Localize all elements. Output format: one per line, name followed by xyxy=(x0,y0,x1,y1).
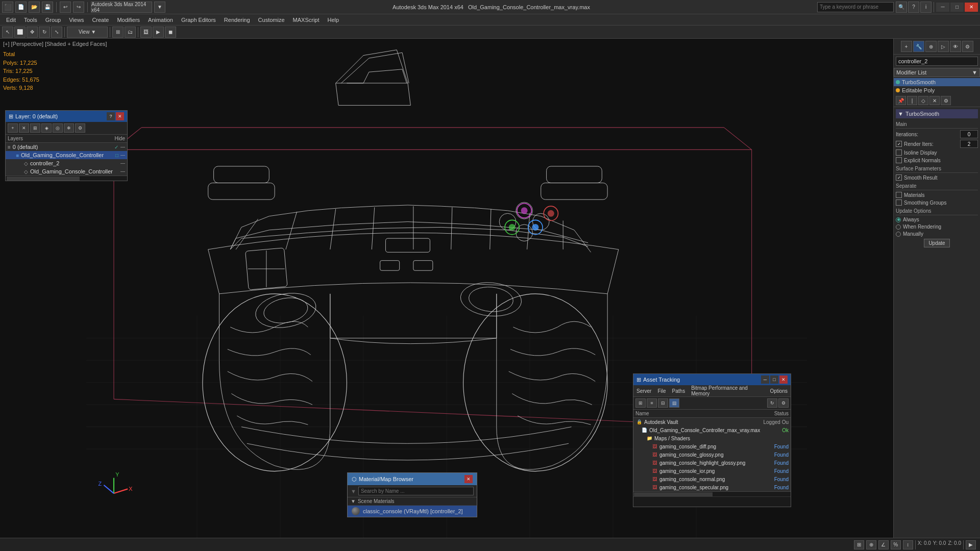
render-iters-value[interactable]: 2 xyxy=(960,140,978,148)
asset-row-highlight[interactable]: 🖼 gaming_console_highlight_glossy.png Fo… xyxy=(633,459,791,467)
select-region[interactable]: ⬜ xyxy=(14,27,26,38)
render-iters-checkbox[interactable] xyxy=(896,141,902,147)
menu-group[interactable]: Group xyxy=(41,14,65,26)
search-input[interactable] xyxy=(820,4,891,10)
layer-add-selected[interactable]: ⊞ xyxy=(30,123,40,133)
layer-row-1[interactable]: ■ Old_Gaming_Console_Controller □ — xyxy=(6,151,127,159)
menu-modifiers[interactable]: Modifiers xyxy=(113,14,144,26)
material-browser-title[interactable]: ⬡ Material/Map Browser ✕ xyxy=(348,473,477,485)
open-btn[interactable]: 📂 xyxy=(29,2,40,13)
asset-max-btn[interactable]: □ xyxy=(770,375,778,384)
modifier-row-editablepoly[interactable]: Editable Poly xyxy=(894,86,980,94)
search-bar[interactable] xyxy=(817,2,894,12)
turbosmooth-section-title[interactable]: ▼ TurboSmooth xyxy=(896,109,978,118)
asset-refresh-btn[interactable]: ↻ xyxy=(767,398,777,408)
rp-hierarchy-btn[interactable]: ⊕ xyxy=(925,41,937,52)
menu-maxscript[interactable]: MAXScript xyxy=(289,14,324,26)
asset-row-specular[interactable]: 🖼 gaming_console_specular.png Found xyxy=(633,483,791,491)
viewport[interactable]: [+] [Perspective] [Shaded + Edged Faces]… xyxy=(0,39,893,538)
layer-delete-btn[interactable]: ✕ xyxy=(19,123,29,133)
layer-new-btn[interactable]: + xyxy=(8,123,18,133)
asset-row-normal[interactable]: 🖼 gaming_console_normal.png Found xyxy=(633,475,791,483)
save-btn[interactable]: 💾 xyxy=(42,2,53,13)
asset-btn2[interactable]: ≡ xyxy=(647,398,657,408)
asset-dialog-title[interactable]: ⊞ Asset Tracking ─ □ ✕ xyxy=(633,374,791,385)
asset-btn3[interactable]: ⊟ xyxy=(658,398,668,408)
redo-btn[interactable]: ↪ xyxy=(73,2,84,13)
close-btn[interactable]: ✕ xyxy=(965,3,978,12)
when-rendering-radio[interactable] xyxy=(896,224,901,230)
modifier-list-arrow[interactable]: ▼ xyxy=(972,69,977,76)
manually-radio[interactable] xyxy=(896,232,901,237)
show-end-result-btn[interactable]: | xyxy=(907,96,917,105)
asset-menu-options[interactable]: Options xyxy=(767,385,791,396)
spinner-snap-btn[interactable]: ↕ xyxy=(903,540,913,549)
configure-btn[interactable]: ⚙ xyxy=(941,96,951,105)
mat-close-btn[interactable]: ✕ xyxy=(464,475,473,483)
scale-tool[interactable]: ⤡ xyxy=(51,27,62,38)
timeline-toggle[interactable]: ▶ xyxy=(966,540,976,549)
asset-row-maps[interactable]: 📁 Maps / Shaders xyxy=(633,434,791,442)
asset-row-ior[interactable]: 🖼 gaming_console_ior.png Found xyxy=(633,467,791,475)
remove-modifier-btn[interactable]: ✕ xyxy=(929,96,940,105)
asset-menu-file[interactable]: File xyxy=(654,385,669,396)
undo-btn[interactable]: ↩ xyxy=(60,2,71,13)
workspace-dropdown[interactable]: ▼ xyxy=(154,2,165,13)
update-button[interactable]: Update xyxy=(924,239,949,247)
materials-checkbox[interactable] xyxy=(896,192,902,198)
scene-explorer[interactable]: 🗂 xyxy=(125,27,136,38)
select-tool[interactable]: ↖ xyxy=(2,27,13,38)
asset-row-glossy[interactable]: 🖼 gaming_console_glossy.png Found xyxy=(633,450,791,459)
scene-materials-section[interactable]: ▼ Scene Materials xyxy=(348,497,477,506)
asset-btn4[interactable]: ▤ xyxy=(669,398,679,408)
menu-rendering[interactable]: Rendering xyxy=(220,14,254,26)
asset-row-file[interactable]: 📄 Old_Gaming_Console_Controller_max_vray… xyxy=(633,426,791,434)
asset-close-btn[interactable]: ✕ xyxy=(779,375,788,384)
asset-min-btn[interactable]: ─ xyxy=(761,375,769,384)
smooth-result-checkbox[interactable] xyxy=(896,174,902,181)
maximize-btn[interactable]: □ xyxy=(950,3,964,12)
menu-tools[interactable]: Tools xyxy=(20,14,41,26)
info-btn[interactable]: i xyxy=(920,2,932,13)
help-search-btn[interactable]: ? xyxy=(908,2,919,13)
modifier-row-turbosmooth[interactable]: TurboSmooth xyxy=(894,78,980,86)
rp-motion-btn[interactable]: ▷ xyxy=(938,41,949,52)
rp-utilities-btn[interactable]: ⚙ xyxy=(962,41,973,52)
asset-menu-bitmap[interactable]: Bitmap Performance and Memory xyxy=(688,385,767,396)
material-row-0[interactable]: classic_console (VRayMtl) [controller_2] xyxy=(348,506,477,517)
asset-row-diff[interactable]: 🖼 gaming_console_diff.png Found xyxy=(633,442,791,450)
layer-dialog-title[interactable]: ⊞ Layer: 0 (default) ? ✕ xyxy=(6,111,127,122)
pin-stack-btn[interactable]: 📌 xyxy=(896,96,906,105)
asset-menu-server[interactable]: Server xyxy=(633,385,654,396)
menu-customize[interactable]: Customize xyxy=(254,14,289,26)
object-name-field[interactable]: controller_2 xyxy=(896,57,978,66)
layer-help-btn[interactable]: ? xyxy=(107,112,115,120)
layer-set-current[interactable]: ◎ xyxy=(53,123,63,133)
quick-render[interactable]: ▶ xyxy=(153,27,164,38)
layer-manager[interactable]: ⊞ xyxy=(112,27,124,38)
menu-edit[interactable]: Edit xyxy=(2,14,20,26)
always-radio[interactable] xyxy=(896,217,901,222)
move-tool[interactable]: ✥ xyxy=(27,27,38,38)
asset-btn1[interactable]: ⊞ xyxy=(635,398,646,408)
layer-settings[interactable]: ⚙ xyxy=(75,123,85,133)
grid-btn[interactable]: ⊞ xyxy=(854,540,864,549)
layer-select-objects[interactable]: ◈ xyxy=(41,123,52,133)
rotate-tool[interactable]: ↻ xyxy=(39,27,50,38)
new-btn[interactable]: 📄 xyxy=(15,2,27,13)
layer-row-3[interactable]: ◇ Old_Gaming_Console_Controller — xyxy=(6,167,127,176)
rp-create-btn[interactable]: + xyxy=(901,41,912,52)
minimize-btn[interactable]: ─ xyxy=(936,3,949,12)
layer-freeze[interactable]: ❄ xyxy=(64,123,74,133)
snap-btn[interactable]: ⊕ xyxy=(866,540,876,549)
layer-row-0[interactable]: ≡ 0 (default) ✓ — xyxy=(6,143,127,151)
render-frame[interactable]: ◼ xyxy=(165,27,176,38)
asset-h-scrollbar[interactable] xyxy=(633,491,791,496)
layer-scrollbar[interactable] xyxy=(6,176,127,181)
app-icon[interactable]: ⬛ xyxy=(2,2,13,13)
asset-row-vault[interactable]: 🔒 Autodesk Vault Logged Ou xyxy=(633,418,791,426)
rp-display-btn[interactable]: 👁 xyxy=(950,41,961,52)
angle-snap-btn[interactable]: ∠ xyxy=(878,540,889,549)
render-scene[interactable]: 🖼 xyxy=(140,27,152,38)
reference-coord[interactable]: View ▼ xyxy=(67,27,108,38)
